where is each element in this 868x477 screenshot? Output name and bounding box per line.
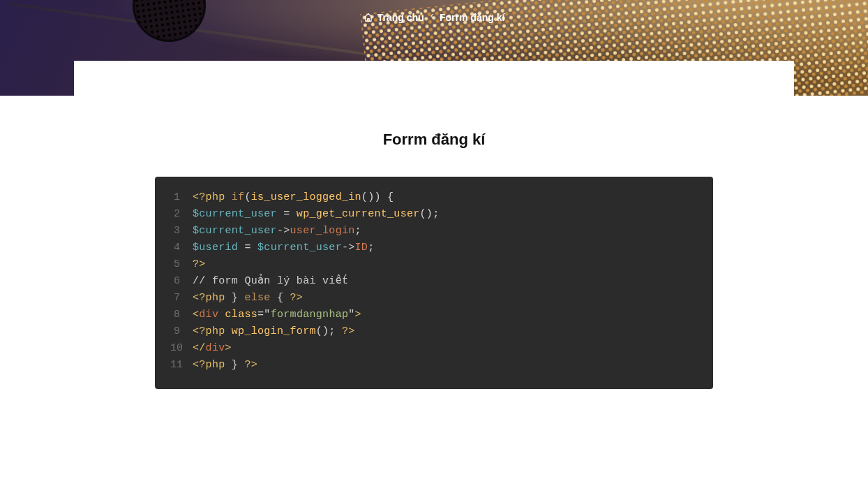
code-content: </div> bbox=[193, 340, 232, 357]
code-content: ?> bbox=[193, 256, 206, 273]
line-number: 9 bbox=[170, 323, 193, 340]
code-content: <?php if(is_user_logged_in()) { bbox=[193, 189, 394, 206]
chevron-left-icon bbox=[428, 11, 435, 23]
line-number: 3 bbox=[170, 223, 193, 240]
line-number: 6 bbox=[170, 273, 193, 290]
code-line: 9<?php wp_login_form(); ?> bbox=[170, 323, 698, 340]
page-title: Forrm đăng kí bbox=[74, 131, 794, 149]
code-line: 3$current_user->user_login; bbox=[170, 223, 698, 240]
code-content: <?php wp_login_form(); ?> bbox=[193, 323, 355, 340]
line-number: 8 bbox=[170, 307, 193, 323]
code-content: <div class="formdangnhap"> bbox=[193, 307, 361, 323]
page-card: Forrm đăng kí 1<?php if(is_user_logged_i… bbox=[74, 61, 794, 477]
home-icon bbox=[364, 13, 373, 22]
line-number: 7 bbox=[170, 290, 193, 307]
code-content: // form Quản lý bài viết bbox=[193, 273, 348, 290]
code-line: 11<?php } ?> bbox=[170, 357, 698, 374]
code-content: $current_user = wp_get_current_user(); bbox=[193, 206, 439, 223]
code-line: 5?> bbox=[170, 256, 698, 273]
code-line: 7<?php } else { ?> bbox=[170, 290, 698, 307]
code-line: 6// form Quản lý bài viết bbox=[170, 273, 698, 290]
code-content: $userid = $current_user->ID; bbox=[193, 240, 374, 256]
line-number: 10 bbox=[170, 340, 193, 357]
code-line: 2$current_user = wp_get_current_user(); bbox=[170, 206, 698, 223]
line-number: 5 bbox=[170, 256, 193, 273]
breadcrumb-home-link[interactable]: Trang chủ bbox=[377, 12, 424, 23]
code-content: <?php } ?> bbox=[193, 357, 257, 374]
code-line: 1<?php if(is_user_logged_in()) { bbox=[170, 189, 698, 206]
code-content: <?php } else { ?> bbox=[193, 290, 303, 307]
breadcrumb: Trang chủ Forrm đăng kí bbox=[0, 11, 868, 23]
line-number: 4 bbox=[170, 240, 193, 256]
breadcrumb-current: Forrm đăng kí bbox=[440, 12, 504, 23]
code-content: $current_user->user_login; bbox=[193, 223, 361, 240]
code-block: 1<?php if(is_user_logged_in()) {2$curren… bbox=[155, 177, 713, 389]
line-number: 11 bbox=[170, 357, 193, 374]
line-number: 2 bbox=[170, 206, 193, 223]
code-line: 10</div> bbox=[170, 340, 698, 357]
code-line: 4$userid = $current_user->ID; bbox=[170, 240, 698, 256]
code-line: 8<div class="formdangnhap"> bbox=[170, 307, 698, 323]
line-number: 1 bbox=[170, 189, 193, 206]
